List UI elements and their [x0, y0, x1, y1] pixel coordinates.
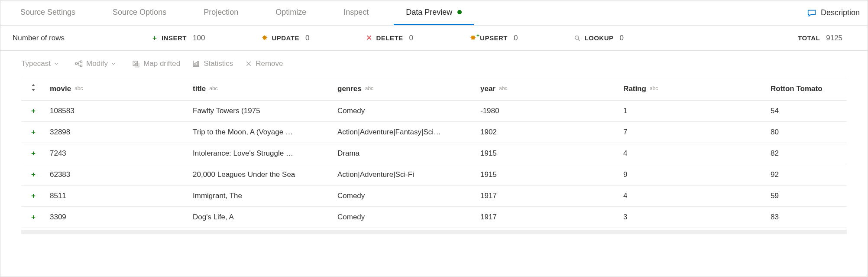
svg-rect-2	[76, 63, 78, 65]
cell-rating: 9	[619, 164, 766, 186]
table-row[interactable]: +3309Dog's Life, AComedy1917383	[21, 207, 847, 228]
horizontal-scrollbar[interactable]	[21, 230, 847, 234]
cell-year: 1915	[476, 143, 619, 164]
cell-rating: 4	[619, 143, 766, 164]
svg-point-0	[575, 36, 579, 39]
stat-name: UPDATE	[272, 34, 299, 42]
table-row[interactable]: +8511Immigrant, TheComedy1917459	[21, 186, 847, 207]
type-tag: abc	[74, 85, 83, 91]
spark-icon: ✸	[261, 35, 268, 42]
map-icon	[132, 60, 140, 68]
svg-rect-3	[81, 61, 82, 62]
cell-rt: 82	[766, 143, 847, 164]
tab-label: Optimize	[275, 8, 306, 17]
cell-rating: 7	[619, 122, 766, 143]
col-genres[interactable]: genresabc	[333, 77, 476, 101]
chart-icon	[192, 60, 200, 68]
cell-genres: Comedy	[333, 207, 476, 228]
cell-rt: 83	[766, 207, 847, 228]
type-tag: abc	[365, 85, 373, 91]
cell-movie: 7243	[45, 143, 188, 164]
cell-genres: Comedy	[333, 101, 476, 122]
tab-inspect[interactable]: Inspect	[331, 0, 381, 25]
chevron-down-icon	[110, 61, 117, 67]
tab-source-options[interactable]: Source Options	[100, 0, 178, 25]
typecast-label: Typecast	[21, 59, 51, 68]
table-row[interactable]: +32898Trip to the Moon, A (Voyage …Actio…	[21, 122, 847, 143]
cell-rt: 80	[766, 122, 847, 143]
table-row[interactable]: +6238320,000 Leagues Under the SeaAction…	[21, 164, 847, 186]
stat-value: 9125	[826, 34, 842, 42]
cell-title: Immigrant, The	[188, 186, 333, 207]
cell-title: Fawlty Towers (1975	[188, 101, 333, 122]
type-tag: abc	[650, 85, 658, 91]
cell-title: Intolerance: Love's Struggle …	[188, 143, 333, 164]
stat-lookup: LOOKUP 0	[574, 34, 624, 42]
cell-movie: 32898	[45, 122, 188, 143]
tab-label: Projection	[204, 8, 238, 17]
cell-genres: Action|Adventure|Fantasy|Sci…	[333, 122, 476, 143]
spark-plus-icon: ✸+	[470, 35, 476, 42]
insert-row-icon: +	[21, 101, 45, 122]
tab-data-preview[interactable]: Data Preview	[394, 0, 474, 25]
branch-icon	[75, 60, 83, 68]
col-rt[interactable]: Rotton Tomato	[766, 77, 847, 101]
cell-year: 1917	[476, 207, 619, 228]
cell-genres: Drama	[333, 143, 476, 164]
col-year[interactable]: yearabc	[476, 77, 619, 101]
description-link[interactable]: Description	[799, 8, 868, 18]
stat-name: LOOKUP	[584, 34, 613, 42]
stat-insert: + INSERT 100	[151, 34, 205, 42]
stat-value: 100	[193, 34, 205, 42]
x-icon: ✕	[366, 35, 372, 42]
svg-rect-4	[81, 65, 82, 67]
stats-bar: Number of rows + INSERT 100 ✸ UPDATE 0 ✕…	[0, 26, 868, 51]
insert-row-icon: +	[21, 122, 45, 143]
chevron-down-icon	[53, 61, 59, 67]
table-row[interactable]: +7243Intolerance: Love's Struggle …Drama…	[21, 143, 847, 164]
modify-button[interactable]: Modify	[75, 59, 120, 68]
type-tag: abc	[209, 85, 217, 91]
col-rating[interactable]: Ratingabc	[619, 77, 766, 101]
tab-source-settings[interactable]: Source Settings	[8, 0, 87, 25]
type-tag: abc	[499, 85, 507, 91]
map-label: Map drifted	[143, 59, 180, 68]
toolbar: Typecast Modify Map drifted Statistics R…	[0, 51, 868, 77]
remove-label: Remove	[256, 59, 283, 68]
col-movie[interactable]: movieabc	[45, 77, 188, 101]
cell-movie: 108583	[45, 101, 188, 122]
tab-optimize[interactable]: Optimize	[263, 0, 318, 25]
table-row[interactable]: +108583Fawlty Towers (1975Comedy-1980154	[21, 101, 847, 122]
stat-name: TOTAL	[798, 34, 820, 42]
search-icon	[574, 35, 581, 42]
stat-update: ✸ UPDATE 0	[261, 34, 309, 42]
map-drifted-button[interactable]: Map drifted	[132, 59, 180, 68]
plus-icon: +	[151, 35, 158, 42]
statistics-button[interactable]: Statistics	[192, 59, 233, 68]
statistics-label: Statistics	[204, 59, 233, 68]
tab-label: Source Settings	[20, 8, 75, 17]
stat-name: UPSERT	[480, 34, 508, 42]
tabs-bar: Source Settings Source Options Projectio…	[0, 0, 868, 26]
typecast-button[interactable]: Typecast	[21, 59, 63, 68]
cell-year: 1902	[476, 122, 619, 143]
remove-button[interactable]: Remove	[245, 59, 283, 68]
description-label: Description	[821, 8, 860, 17]
svg-rect-7	[196, 62, 197, 66]
modify-label: Modify	[86, 59, 108, 68]
stat-total: TOTAL 9125	[798, 34, 842, 42]
stat-value: 0	[409, 34, 413, 42]
insert-row-icon: +	[21, 164, 45, 186]
tab-projection[interactable]: Projection	[191, 0, 250, 25]
sort-indicator-icon[interactable]	[21, 77, 45, 101]
cell-rating: 4	[619, 186, 766, 207]
x-icon	[245, 60, 252, 67]
svg-rect-8	[198, 62, 198, 66]
col-title[interactable]: titleabc	[188, 77, 333, 101]
rows-label: Number of rows	[13, 34, 65, 42]
cell-movie: 62383	[45, 164, 188, 186]
stat-upsert: ✸+ UPSERT 0	[470, 34, 518, 42]
cell-year: 1917	[476, 186, 619, 207]
svg-marker-12	[32, 89, 35, 91]
svg-line-1	[578, 39, 580, 40]
